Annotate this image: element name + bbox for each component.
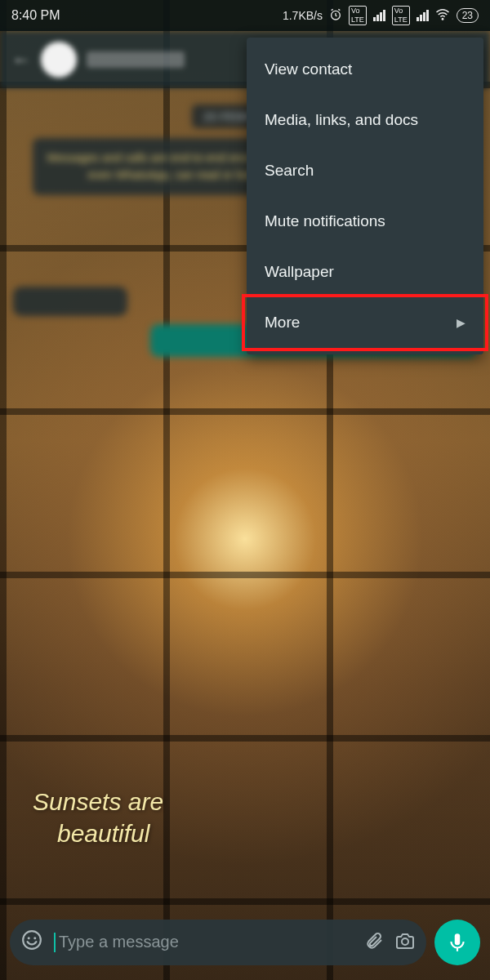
svg-point-1 [442, 18, 443, 20]
wallpaper-caption-line: Sunsets are [33, 786, 163, 817]
menu-item-more[interactable]: More▶ [247, 297, 483, 348]
menu-item-view-contact[interactable]: View contact [247, 44, 483, 95]
volte-icon-2: VoLTE [392, 6, 410, 25]
options-dropdown: View contactMedia, links, and docsSearch… [247, 38, 483, 354]
wallpaper-caption-line: beautiful [33, 817, 163, 849]
battery-indicator: 23 [457, 8, 479, 23]
menu-item-label: Mute notifications [265, 212, 385, 230]
status-net-speed: 1.7KB/s [283, 9, 323, 22]
message-input-container[interactable]: Type a message [10, 920, 426, 965]
status-time: 8:40 PM [11, 8, 60, 23]
menu-item-label: Media, links, and docs [265, 111, 418, 129]
menu-item-label: More [265, 314, 300, 332]
contact-name[interactable] [87, 51, 185, 68]
camera-icon[interactable] [395, 931, 415, 954]
wifi-icon [435, 7, 450, 24]
signal-icon-1 [373, 10, 385, 21]
menu-item-media-links-and-docs[interactable]: Media, links, and docs [247, 95, 483, 145]
menu-item-label: View contact [265, 60, 352, 78]
emoji-icon[interactable] [21, 929, 42, 956]
message-input[interactable]: Type a message [54, 933, 353, 953]
menu-item-label: Search [265, 162, 314, 180]
status-bar: 8:40 PM 1.7KB/s VoLTE VoLTE 23 [0, 0, 490, 31]
menu-item-mute-notifications[interactable]: Mute notifications [247, 196, 483, 247]
svg-point-4 [33, 937, 36, 939]
chevron-right-icon: ▶ [457, 316, 466, 329]
input-bar: Type a message [10, 920, 480, 965]
attachment-icon[interactable] [364, 931, 384, 954]
volte-icon-1: VoLTE [349, 6, 367, 25]
back-arrow-icon[interactable]: ← [11, 48, 31, 71]
svg-point-3 [28, 937, 30, 939]
menu-item-label: Wallpaper [265, 263, 334, 281]
signal-icon-2 [416, 10, 429, 21]
message-placeholder: Type a message [59, 933, 179, 951]
svg-point-5 [402, 938, 408, 945]
menu-item-wallpaper[interactable]: Wallpaper [247, 247, 483, 297]
menu-item-search[interactable]: Search [247, 145, 483, 196]
message-bubble-incoming[interactable] [13, 287, 127, 316]
voice-message-button[interactable] [434, 920, 480, 965]
svg-point-2 [23, 931, 41, 949]
wallpaper-caption: Sunsets are beautiful [33, 786, 163, 849]
contact-avatar[interactable] [41, 42, 77, 78]
text-cursor [54, 933, 56, 952]
alarm-icon [329, 8, 342, 24]
